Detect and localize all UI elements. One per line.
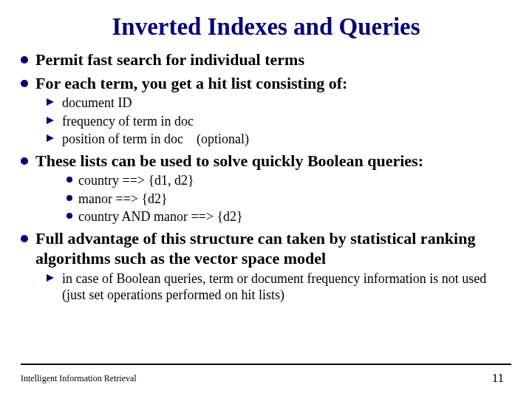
svg-marker-2 — [47, 134, 54, 142]
bullet-level2: document ID — [46, 95, 511, 112]
bullet-level2-alt: country ==> {d1, d2} — [66, 172, 511, 189]
bullet-level1: Full advantage of this structure can tak… — [21, 228, 511, 269]
svg-marker-1 — [47, 117, 54, 124]
bullet-level2-alt: manor ==> {d2} — [66, 191, 511, 208]
bullet-dot-icon — [21, 80, 28, 87]
bullet-text: document ID — [62, 95, 132, 112]
bullet-dot-small-icon — [66, 195, 72, 201]
bullet-level1: For each term, you get a hit list consis… — [21, 73, 511, 94]
bullet-text: position of term in doc (optional) — [62, 131, 249, 148]
bullet-dot-icon — [21, 56, 28, 64]
arrow-icon — [46, 97, 56, 107]
slide-title: Inverted Indexes and Queries — [0, 0, 532, 47]
bullet-dot-icon — [21, 157, 28, 165]
bullet-text: Permit fast search for individual terms — [35, 50, 304, 70]
arrow-icon — [46, 133, 56, 143]
bullet-text: For each term, you get a hit list consis… — [35, 73, 347, 94]
bullet-dot-icon — [21, 235, 28, 242]
arrow-icon — [46, 273, 56, 283]
bullet-level2: frequency of term in doc — [46, 113, 511, 130]
bullet-level2: position of term in doc (optional) — [46, 131, 511, 148]
bullet-text: manor ==> {d2} — [78, 191, 168, 208]
svg-marker-0 — [47, 98, 54, 106]
slide-body: Permit fast search for individual terms … — [0, 50, 532, 304]
bullet-level2: in case of Boolean queries, term or docu… — [46, 270, 511, 304]
bullet-text: country ==> {d1, d2} — [78, 172, 194, 189]
bullet-text: country AND manor ==> {d2} — [78, 208, 243, 225]
bullet-text: Full advantage of this structure can tak… — [35, 228, 511, 269]
bullet-level2-alt: country AND manor ==> {d2} — [66, 208, 511, 225]
bullet-dot-small-icon — [66, 177, 72, 183]
bullet-level1: These lists can be used to solve quickly… — [21, 151, 511, 171]
page-number: 11 — [492, 371, 504, 386]
bullet-dot-small-icon — [66, 213, 72, 219]
bullet-text: frequency of term in doc — [62, 113, 194, 130]
bullet-text: These lists can be used to solve quickly… — [35, 151, 423, 171]
footer-divider — [21, 364, 511, 365]
bullet-level1: Permit fast search for individual terms — [21, 50, 511, 70]
slide: Inverted Indexes and Queries Permit fast… — [0, 0, 532, 399]
footer-label: Intelligent Information Retrieval — [21, 373, 137, 384]
svg-marker-3 — [47, 274, 54, 282]
arrow-icon — [46, 115, 56, 126]
bullet-text: in case of Boolean queries, term or docu… — [62, 270, 511, 304]
